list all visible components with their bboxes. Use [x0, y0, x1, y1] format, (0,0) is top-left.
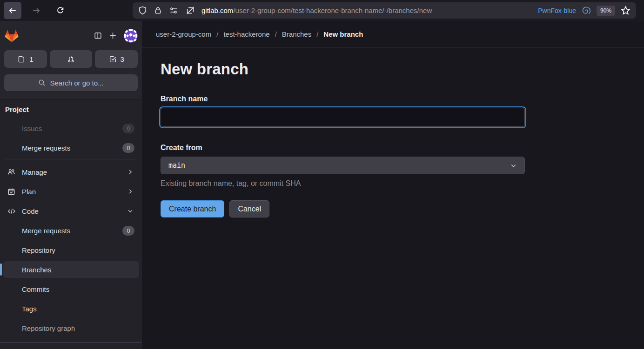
url-bar[interactable]: gitlab.com/user-2-group-com/test-hackero… [133, 2, 636, 19]
plus-icon [109, 32, 117, 40]
sidebar-section-label: Project [5, 105, 139, 120]
back-arrow-icon [8, 7, 17, 15]
gitlab-super-sidebar: 1 3 [0, 21, 142, 349]
breadcrumb-current-page: New branch [323, 30, 363, 38]
assigned-issues-count: 1 [29, 55, 33, 63]
active-item-indicator [0, 263, 2, 276]
code-merge-requests-count-badge: 0 [122, 226, 134, 236]
create-from-select[interactable]: main [161, 157, 525, 174]
permissions-sliders-icon[interactable] [169, 6, 179, 15]
user-avatar[interactable] [124, 29, 138, 43]
breadcrumb-project-link[interactable]: test-hackerone [223, 30, 269, 38]
search-icon [38, 79, 46, 86]
main-content: user-2-group-com / test-hackerone / Bran… [142, 21, 644, 349]
blocked-permission-icon[interactable] [186, 6, 195, 15]
container-spiral-icon [582, 6, 591, 15]
chevron-right-icon [127, 188, 134, 195]
chevron-down-icon [127, 208, 134, 214]
bookmark-star-icon[interactable] [621, 6, 631, 15]
sidebar-item-repository-graph[interactable]: Repository graph [3, 320, 139, 336]
cancel-button[interactable]: Cancel [229, 200, 269, 217]
breadcrumb-branches-link[interactable]: Branches [282, 30, 311, 38]
branch-name-label: Branch name [161, 95, 644, 103]
merge-request-icon [67, 55, 75, 63]
forward-arrow-icon [32, 7, 40, 15]
gitlab-tanuki-logo[interactable] [4, 28, 19, 43]
issues-icon [18, 55, 26, 63]
create-from-help-text: Existing branch name, tag, or commit SHA [161, 179, 644, 188]
sidebar-item-branches[interactable]: Branches [3, 261, 139, 278]
sidebar-item-code[interactable]: Code [3, 203, 139, 219]
search-placeholder: Search or go to... [50, 79, 103, 87]
url-text: gitlab.com/user-2-group-com/test-hackero… [201, 7, 533, 14]
todo-count: 3 [121, 55, 124, 63]
container-tab-label: PwnFox-blue [538, 7, 576, 14]
assigned-merge-requests-button[interactable] [50, 50, 93, 68]
browser-forward-button[interactable] [27, 2, 45, 19]
todo-check-icon [109, 55, 117, 63]
chevron-right-icon [127, 169, 134, 175]
sidebar-item-code-merge-requests[interactable]: Merge requests 0 [3, 222, 139, 239]
https-lock-icon[interactable] [154, 6, 162, 15]
url-path: /user-2-group-com/test-hackerone-branch-… [233, 7, 432, 14]
browser-back-button[interactable] [4, 2, 21, 19]
chevron-down-icon [510, 162, 517, 169]
todo-list-button[interactable]: 3 [95, 50, 138, 68]
sidebar-item-manage[interactable]: Manage [3, 164, 139, 180]
issues-count-badge: 0 [122, 124, 134, 133]
create-from-selected-value: main [168, 161, 185, 170]
manage-users-icon [7, 168, 16, 176]
create-from-label: Create from [161, 144, 644, 152]
create-new-button[interactable] [105, 28, 120, 43]
search-or-go-to[interactable]: Search or go to... [4, 74, 138, 91]
reload-icon [56, 7, 64, 14]
page-title: New branch [161, 60, 644, 78]
sidebar-divider [5, 159, 137, 159]
breadcrumb: user-2-group-com / test-hackerone / Bran… [142, 21, 644, 48]
sidebar-item-tags[interactable]: Tags [3, 300, 139, 317]
create-branch-button[interactable]: Create branch [161, 200, 224, 217]
branch-name-input[interactable] [161, 108, 525, 127]
sidebar-footer [0, 342, 142, 349]
plan-calendar-icon [7, 188, 16, 196]
breadcrumb-group-link[interactable]: user-2-group-com [156, 30, 211, 38]
panel-toggle-icon [94, 32, 102, 40]
page-zoom-badge[interactable]: 90% [597, 6, 615, 16]
merge-requests-count-badge: 0 [122, 143, 134, 153]
sidebar-item-issues[interactable]: Issues 0 [3, 120, 139, 137]
code-angle-brackets-icon [7, 207, 16, 215]
sidebar-item-plan[interactable]: Plan [3, 183, 139, 200]
sidebar-collapse-button[interactable] [90, 28, 105, 43]
sidebar-item-merge-requests[interactable]: Merge requests 0 [3, 139, 139, 156]
assigned-issues-button[interactable]: 1 [4, 50, 47, 68]
tracking-protection-shield-icon[interactable] [138, 6, 147, 15]
browser-reload-button[interactable] [51, 2, 69, 19]
url-host: gitlab.com [201, 7, 233, 14]
identicon-avatar-image [124, 29, 138, 43]
sidebar-item-repository[interactable]: Repository [3, 242, 139, 258]
sidebar-item-commits[interactable]: Commits [3, 281, 139, 297]
sidebar-nav: Project Issues 0 Merge requests 0 [0, 99, 142, 342]
browser-toolbar: gitlab.com/user-2-group-com/test-hackero… [0, 0, 644, 21]
